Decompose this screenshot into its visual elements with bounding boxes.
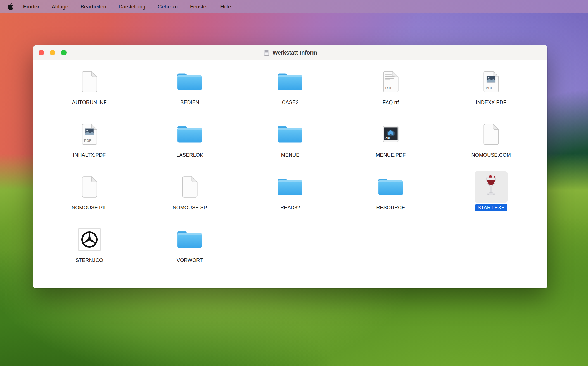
file-item[interactable]: NOMOUSE.SP [139,171,240,224]
file-label-row: MENUE [279,152,302,158]
file-item[interactable]: LASERLOK [139,119,240,171]
file-label-row: NOMOUSE.SP [170,205,210,211]
pdf-document-icon: PDF [482,70,500,93]
file-item[interactable]: MENUE [240,119,340,171]
file-label-row: STERN.ICO [73,257,106,263]
file-item[interactable]: START.EXE [441,171,541,224]
file-item[interactable]: CASE2 [240,66,340,119]
title-bar[interactable]: Werkstatt-Inform [33,45,547,60]
menu-bar: Finder Ablage Bearbeiten Darstellung Geh… [0,0,588,13]
menu-item[interactable]: Ablage [52,4,68,10]
folder-icon [276,124,304,145]
file-name: LASERLOK [174,151,206,159]
file-icon-tile: PDF [475,66,508,97]
file-label-row: READ32 [278,205,303,211]
window-title: Werkstatt-Inform [272,50,317,56]
file-label-row: INDEXX.PDF [473,100,509,105]
file-name: STERN.ICO [73,257,106,264]
file-item[interactable]: NOMOUSE.PIF [39,171,139,224]
folder-icon [276,71,304,92]
file-label-row: NOMOUSE.PIF [69,205,110,211]
file-label-row: START.EXE [475,205,507,211]
document-icon [80,70,99,93]
file-icon-tile: PDF [73,119,106,150]
file-item[interactable]: PDF INDEXX.PDF [441,66,541,119]
file-label-row: MENUE.PDF [373,152,408,158]
file-icon-tile [475,119,508,150]
file-name: INDEXX.PDF [473,99,509,106]
file-name: NOMOUSE.PIF [69,204,110,211]
file-name: NOMOUSE.COM [469,151,513,159]
menu-item[interactable]: Gehe zu [158,4,178,10]
file-item[interactable]: PDF INHALTX.PDF [39,119,139,171]
file-icon-tile [274,119,307,150]
menu-item[interactable]: Fenster [190,4,208,10]
minimize-button[interactable] [50,50,55,55]
file-icon-tile [73,171,106,203]
file-name: READ32 [278,204,303,211]
file-icon-tile [73,66,106,97]
folder-icon [176,71,203,92]
file-icon-tile [73,224,106,255]
file-item[interactable]: AUTORUN.INF [39,66,139,119]
folder-icon [377,177,404,197]
apple-menu[interactable] [8,3,13,10]
file-name: CASE2 [279,99,301,106]
file-label-row: RESOURCE [374,205,407,211]
file-name: START.EXE [475,204,507,211]
zoom-button[interactable] [61,50,67,55]
window-content[interactable]: AUTORUN.INF BEDIEN [33,66,547,288]
document-icon [181,175,199,198]
file-label-row: LASERLOK [174,152,206,158]
file-item[interactable]: NOMOUSE.COM [441,119,541,171]
wine-app-icon [482,175,501,199]
menu-item[interactable]: Hilfe [220,4,231,10]
file-label-row: INHALTX.PDF [70,152,108,158]
file-item[interactable]: BEDIEN [139,66,240,119]
file-item[interactable]: READ32 [240,171,340,224]
traffic-lights [39,50,67,55]
document-icon [80,175,99,198]
desktop: Finder Ablage Bearbeiten Darstellung Geh… [0,0,588,366]
file-label-row: VORWORT [174,257,205,263]
file-name: AUTORUN.INF [70,99,109,106]
file-label-row: CASE2 [279,100,301,105]
file-icon-tile [173,224,206,255]
file-item[interactable]: VORWORT [139,224,240,276]
file-icon-tile: PDF [374,119,407,150]
svg-text:RTF: RTF [385,86,392,90]
apple-logo-icon [8,3,13,10]
file-item[interactable]: RTF FAQ.rtf [340,66,441,119]
file-name: INHALTX.PDF [70,151,108,159]
file-name: MENUE [279,151,302,159]
folder-icon [276,177,304,197]
file-name: MENUE.PDF [373,151,408,159]
file-item[interactable]: PDF MENUE.PDF [340,119,441,171]
star-image-icon [78,228,101,251]
file-icon-tile [173,119,206,150]
svg-text:PDF: PDF [84,139,91,143]
folder-icon [176,229,203,250]
menu-finder[interactable]: Finder [23,4,39,10]
menu-item[interactable]: Darstellung [118,4,145,10]
document-icon [482,123,500,146]
file-item[interactable]: RESOURCE [340,171,441,224]
file-name: RESOURCE [374,204,407,211]
window-title-group: Werkstatt-Inform [263,49,317,56]
file-icon-tile: RTF [374,66,407,97]
file-label-row: BEDIEN [178,100,202,105]
menu-item[interactable]: Bearbeiten [80,4,106,10]
finder-window: Werkstatt-Inform AUTORUN.INF [33,45,547,288]
file-icon-tile [475,171,508,203]
close-button[interactable] [39,50,44,55]
file-name: FAQ.rtf [380,99,401,106]
file-item[interactable]: STERN.ICO [39,224,139,276]
svg-text:PDF: PDF [384,136,391,140]
file-label-row: AUTORUN.INF [70,100,109,105]
file-icon-tile [274,66,307,97]
file-icon-tile [374,171,407,203]
file-icon-tile [173,171,206,203]
file-name: NOMOUSE.SP [170,204,210,211]
file-name: VORWORT [174,257,205,264]
svg-text:PDF: PDF [486,86,493,90]
